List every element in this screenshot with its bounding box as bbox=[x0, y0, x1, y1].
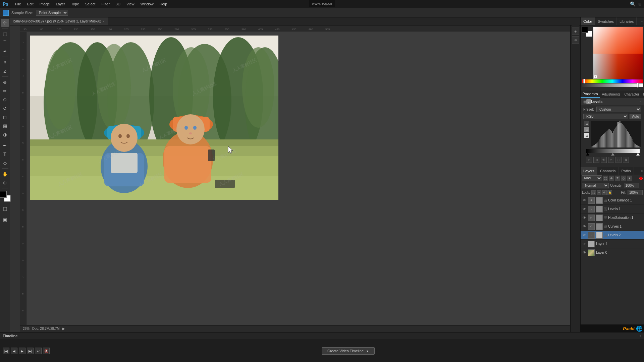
mute-button[interactable]: 🔇 bbox=[43, 348, 50, 354]
tab-close-button[interactable]: × bbox=[103, 19, 105, 23]
shape-tool[interactable]: ◇ bbox=[1, 159, 9, 167]
preset-dropdown[interactable]: Custom bbox=[596, 107, 641, 112]
kind-dropdown[interactable]: Kind bbox=[582, 175, 602, 181]
hand-tool[interactable]: ✋ bbox=[1, 170, 9, 178]
magic-wand-tool[interactable]: ✴ bbox=[1, 47, 9, 55]
color-spectrum-container[interactable] bbox=[593, 27, 643, 79]
menu-type[interactable]: Type bbox=[68, 1, 82, 7]
menu-layer[interactable]: Layer bbox=[53, 1, 68, 7]
lasso-tool[interactable]: ⌒ bbox=[1, 39, 9, 47]
channel-dropdown[interactable]: RGB bbox=[583, 114, 628, 119]
tab-character[interactable]: Character bbox=[623, 90, 641, 98]
menu-image[interactable]: Image bbox=[37, 1, 53, 7]
eyedropper-tool[interactable]: ⊿ bbox=[1, 67, 9, 75]
go-to-first-frame-button[interactable]: |◀ bbox=[3, 348, 9, 354]
search-icon[interactable]: 🔍 bbox=[630, 1, 636, 7]
tab-layers[interactable]: Layers bbox=[581, 167, 597, 175]
heal-tool[interactable]: ⊕ bbox=[1, 78, 9, 86]
layer-visibility-toggle[interactable]: 👁 bbox=[582, 207, 587, 212]
history-brush-tool[interactable]: ↺ bbox=[1, 104, 9, 112]
levels-clip-icon[interactable]: ✂ bbox=[608, 157, 614, 163]
layer-item-hue-saturation-1[interactable]: 👁 H ⛓ Hue/Saturation 1 bbox=[581, 214, 644, 222]
auto-button[interactable]: Auto bbox=[630, 114, 641, 119]
panel-strip-icon-3[interactable]: ⊕ bbox=[572, 36, 579, 44]
levels-gradient-bar[interactable] bbox=[586, 149, 640, 153]
lock-paint-icon[interactable]: ✏ bbox=[597, 190, 601, 195]
clone-tool[interactable]: ⊙ bbox=[1, 96, 9, 104]
layers-menu-icon[interactable]: ≡ bbox=[641, 169, 643, 173]
foreground-background-colors[interactable] bbox=[582, 27, 592, 37]
layer-item-levels-1[interactable]: 👁 L ⛓ Levels 1 bbox=[581, 205, 644, 214]
play-button[interactable]: ▶ bbox=[19, 348, 25, 354]
dodge-tool[interactable]: ◑ bbox=[1, 130, 9, 138]
eraser-tool[interactable]: ◻ bbox=[1, 113, 9, 121]
layer-item-color-balance-1[interactable]: 👁 ⊕ ⛓ Color Balance 1 bbox=[581, 196, 644, 205]
expand-arrow[interactable]: ▶ bbox=[62, 327, 65, 330]
type-tool[interactable]: T bbox=[1, 150, 9, 158]
screen-mode-toggle[interactable]: ▣ bbox=[1, 216, 9, 224]
tab-color[interactable]: Color bbox=[581, 17, 595, 25]
hue-slider-handle[interactable] bbox=[583, 79, 585, 83]
layer-visibility-toggle[interactable]: 👁 bbox=[582, 198, 587, 203]
hue-slider[interactable] bbox=[582, 79, 643, 83]
menu-file[interactable]: File bbox=[12, 1, 24, 7]
black-point-handle[interactable] bbox=[586, 153, 589, 156]
filter-type-icon[interactable]: T bbox=[615, 176, 620, 181]
layer-item-layer-0[interactable]: 👁 Layer 0 bbox=[581, 248, 644, 257]
opacity-input[interactable] bbox=[624, 183, 639, 188]
menu-edit[interactable]: Edit bbox=[24, 1, 36, 7]
loop-button[interactable]: ↩ bbox=[35, 348, 42, 354]
filter-pixel-icon[interactable]: ⬚ bbox=[603, 176, 608, 181]
set-black-eyedropper[interactable]: ⊿ bbox=[584, 121, 589, 126]
menu-window[interactable]: Window bbox=[138, 1, 156, 7]
panel-menu-icon[interactable]: ≡ bbox=[641, 20, 643, 23]
opacity-slider-handle[interactable] bbox=[637, 83, 639, 87]
levels-view-icon[interactable]: 👁 bbox=[601, 157, 607, 163]
prop-menu-icon[interactable]: ≡ bbox=[640, 100, 641, 103]
tab-paths[interactable]: Paths bbox=[619, 167, 634, 175]
filter-shape-icon[interactable]: ◇ bbox=[621, 176, 626, 181]
foreground-color-swatch[interactable] bbox=[0, 191, 7, 198]
layer-visibility-toggle[interactable]: 👁 bbox=[582, 216, 587, 220]
lock-transparent-icon[interactable]: ⬚ bbox=[591, 190, 596, 195]
tab-libraries[interactable]: Libraries bbox=[617, 17, 637, 25]
filter-adj-icon[interactable]: ⊕ bbox=[609, 176, 614, 181]
layer-visibility-toggle[interactable]: 👁 bbox=[582, 224, 587, 229]
brush-tool[interactable]: ✏ bbox=[1, 87, 9, 95]
levels-link-icon[interactable]: 🗑 bbox=[623, 157, 629, 163]
opacity-slider[interactable] bbox=[582, 83, 643, 87]
gradient-tool[interactable]: ▦ bbox=[1, 122, 9, 130]
layer-visibility-toggle[interactable]: 👁 bbox=[582, 233, 587, 238]
menu-filter[interactable]: Filter bbox=[99, 1, 112, 7]
layer-item-levels-2[interactable]: 👁 L ⛓ Levels 2 bbox=[581, 231, 644, 240]
menu-3d[interactable]: 3D bbox=[113, 1, 123, 7]
workspace-icon[interactable]: ⊞ bbox=[638, 2, 641, 6]
zoom-tool[interactable]: ⊕ bbox=[1, 179, 9, 187]
timeline-panel-menu-icon[interactable]: ≡ bbox=[640, 334, 641, 338]
create-timeline-button[interactable]: Create Video Timeline ▼ bbox=[322, 347, 375, 355]
go-to-next-frame-button[interactable]: ▶| bbox=[27, 348, 34, 354]
tab-adjustments[interactable]: Adjustments bbox=[600, 90, 623, 98]
filter-smart-icon[interactable]: ★ bbox=[627, 176, 632, 181]
layer-visibility-toggle[interactable]: 👁 bbox=[582, 250, 587, 255]
blend-mode-dropdown[interactable]: Normal bbox=[582, 183, 609, 188]
menu-help[interactable]: Help bbox=[157, 1, 170, 7]
lock-all-icon[interactable]: 🔒 bbox=[607, 190, 612, 195]
panel-strip-icon-2[interactable]: ◈ bbox=[572, 27, 579, 35]
midtone-handle[interactable] bbox=[611, 153, 614, 156]
tab-paragraph[interactable]: Paragraph bbox=[641, 90, 644, 98]
selection-tool[interactable]: ⬚ bbox=[1, 30, 9, 38]
color-spectrum[interactable] bbox=[593, 27, 643, 79]
levels-mask-icon[interactable]: ⬚ bbox=[615, 157, 622, 163]
layer-visibility-toggle[interactable]: 👁 bbox=[582, 242, 587, 246]
tab-channels[interactable]: Channels bbox=[597, 167, 619, 175]
menu-view[interactable]: View bbox=[124, 1, 137, 7]
move-tool[interactable]: ✢ bbox=[1, 19, 9, 27]
set-gray-eyedropper[interactable]: ⊿ bbox=[584, 127, 589, 132]
pen-tool[interactable]: ✒ bbox=[1, 141, 9, 149]
tab-swatches[interactable]: Swatches bbox=[595, 17, 617, 25]
foreground-color-block[interactable] bbox=[582, 27, 588, 33]
levels-reset-icon[interactable]: ↩ bbox=[586, 157, 592, 163]
white-point-handle[interactable] bbox=[636, 153, 640, 156]
quick-mask-toggle[interactable]: ⬚ bbox=[1, 204, 9, 213]
